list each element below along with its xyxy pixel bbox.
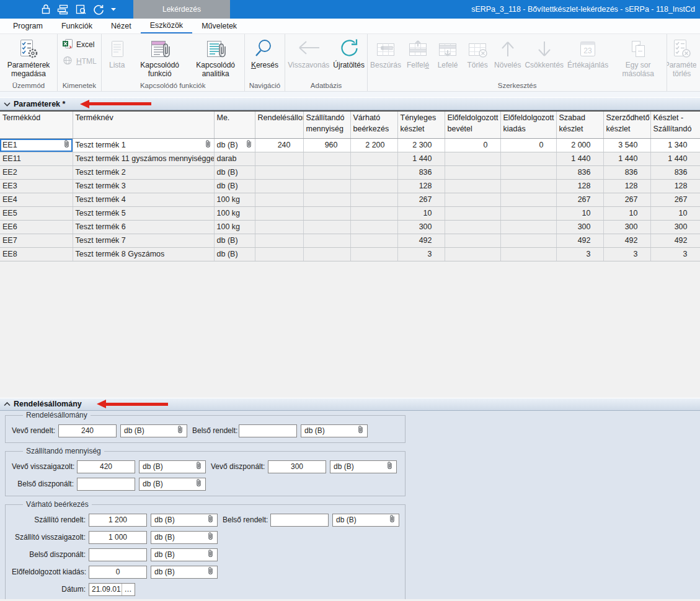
cell-ee4-10[interactable]: 267 — [603, 193, 650, 206]
cell-ee11-2[interactable]: darab — [214, 152, 255, 165]
cell-ee5-9[interactable]: 10 — [556, 206, 603, 220]
column-header-termeknev[interactable]: Terméknév — [73, 111, 214, 138]
date-picker-button[interactable]: … — [122, 584, 135, 595]
cell-ee11-9[interactable]: 1 440 — [556, 152, 603, 165]
cell-ee1-9[interactable]: 2 000 — [556, 138, 603, 152]
orders-section-header[interactable]: Rendelésállomány — [0, 398, 700, 411]
cell-ee2-6[interactable]: 836 — [397, 165, 445, 179]
cell-ee8-7[interactable] — [445, 247, 500, 261]
cell-ee11-6[interactable]: 1 440 — [397, 152, 445, 165]
menu-item-eszkozok[interactable]: Eszközök — [141, 19, 193, 33]
cell-ee8-2[interactable]: db (B) — [214, 247, 255, 261]
cell-ee5-2[interactable]: 100 kg — [214, 206, 255, 220]
input-elofeldolgozott-kiadas[interactable]: 0 — [89, 566, 147, 579]
column-header-me[interactable]: Me. — [214, 111, 255, 138]
column-header-elofeldolgozott-kiadas[interactable]: Előfeldolgozott kiadás — [500, 111, 556, 138]
input-belso-diszponalt[interactable] — [89, 548, 147, 561]
cell-ee3-8[interactable] — [500, 179, 556, 193]
unit-combo-belso-diszponalt[interactable]: db (B) — [151, 548, 218, 561]
cell-ee11-10[interactable]: 1 440 — [603, 152, 650, 165]
cell-ee7-7[interactable] — [445, 234, 500, 247]
cell-ee2-9[interactable]: 836 — [556, 165, 603, 179]
unit-combo-belso-rendelt[interactable]: db (B) — [301, 424, 368, 437]
column-header-szabad-keszlet[interactable]: Szabad készlet — [556, 111, 603, 138]
cell-ee5-11[interactable]: 10 — [650, 206, 700, 220]
cell-ee6-5[interactable] — [350, 220, 397, 234]
cell-ee2-11[interactable]: 836 — [650, 165, 700, 179]
menu-item-muveletek[interactable]: Műveletek — [192, 19, 246, 33]
cell-ee6-9[interactable]: 300 — [556, 220, 603, 234]
cell-ee3-6[interactable]: 128 — [397, 179, 445, 193]
layers-icon[interactable] — [56, 4, 69, 15]
cell-ee7-9[interactable]: 492 — [556, 234, 603, 247]
cell-ee3-0[interactable]: EE3 — [0, 179, 73, 193]
cell-ee7-3[interactable] — [255, 234, 303, 247]
cell-ee7-8[interactable] — [500, 234, 556, 247]
cell-ee8-0[interactable]: EE8 — [0, 247, 73, 261]
unit-combo-szallito-rendelt[interactable]: db (B) — [151, 514, 218, 527]
cell-ee1-7[interactable]: 0 — [445, 138, 500, 152]
input-belso-rendelt[interactable] — [270, 514, 329, 527]
input-vevo-rendelt[interactable]: 240 — [58, 424, 117, 437]
cell-ee6-11[interactable]: 300 — [650, 220, 700, 234]
document-tab[interactable]: Lekérdezés — [133, 0, 230, 19]
cell-ee7-6[interactable]: 492 — [397, 234, 445, 247]
cell-ee3-1[interactable]: Teszt termék 3 — [73, 179, 214, 193]
cell-ee5-10[interactable]: 10 — [603, 206, 650, 220]
chevron-up-icon[interactable] — [4, 401, 11, 406]
cell-ee4-11[interactable]: 267 — [650, 193, 700, 206]
cell-ee4-7[interactable] — [445, 193, 500, 206]
cell-ee1-11[interactable]: 1 340 — [650, 138, 700, 152]
cell-ee2-1[interactable]: Teszt termék 2 — [73, 165, 214, 179]
unit-combo-szallito-visszaigazolt[interactable]: db (B) — [151, 531, 218, 544]
cell-ee4-0[interactable]: EE4 — [0, 193, 73, 206]
lock-icon[interactable] — [41, 4, 51, 15]
cell-ee1-3[interactable]: 240 — [255, 138, 303, 152]
cell-ee3-7[interactable] — [445, 179, 500, 193]
column-header-elofeldolgozott-bevetel[interactable]: Előfeldolgozott bevétel — [445, 111, 500, 138]
unit-combo-belso-diszponalt[interactable]: db (B) — [139, 478, 206, 491]
column-header-varhato-beerkezes[interactable]: Várható beérkezés — [350, 111, 397, 138]
cell-ee2-3[interactable] — [255, 165, 303, 179]
cell-ee4-6[interactable]: 267 — [397, 193, 445, 206]
unit-combo-vevo-visszaigazolt[interactable]: db (B) — [139, 460, 206, 473]
input-vevo-diszponalt[interactable]: 300 — [268, 460, 326, 473]
cell-ee8-8[interactable] — [500, 247, 556, 261]
unit-combo-belso-rendelt[interactable]: db (B) — [332, 514, 399, 527]
cell-ee6-0[interactable]: EE6 — [0, 220, 73, 234]
cell-ee3-3[interactable] — [255, 179, 303, 193]
cell-ee11-0[interactable]: EE11 — [0, 152, 73, 165]
unit-combo-vevo-rendelt[interactable]: db (B) — [120, 424, 187, 437]
cell-ee11-1[interactable]: Teszt termék 11 gyszámos mennyiséggel — [73, 152, 214, 165]
cell-ee8-4[interactable] — [303, 247, 350, 261]
column-header-rendelesallomany[interactable]: Rendelésállomány — [255, 111, 303, 138]
cell-ee6-6[interactable]: 300 — [397, 220, 445, 234]
cell-ee4-2[interactable]: 100 kg — [214, 193, 255, 206]
cell-ee1-10[interactable]: 3 540 — [603, 138, 650, 152]
ribbon-button-kapcsolodo-funkcio[interactable]: Kapcsolódó funkció — [132, 35, 188, 79]
ribbon-button-parameterek-megadasa[interactable]: Paraméterek megadása — [1, 35, 56, 79]
cell-ee5-5[interactable] — [350, 206, 397, 220]
cell-ee1-4[interactable]: 960 — [303, 138, 350, 152]
cell-ee4-1[interactable]: Teszt termék 4 — [73, 193, 214, 206]
cell-ee5-4[interactable] — [303, 206, 350, 220]
cell-ee3-4[interactable] — [303, 179, 350, 193]
cell-ee2-8[interactable] — [500, 165, 556, 179]
input-szallito-rendelt[interactable]: 1 200 — [89, 514, 147, 527]
chevron-down-icon[interactable] — [4, 102, 11, 107]
cell-ee7-1[interactable]: Teszt termék 7 — [73, 234, 214, 247]
input-belso-rendelt[interactable] — [239, 424, 297, 437]
cell-ee2-2[interactable]: db (B) — [214, 165, 255, 179]
cell-ee1-0[interactable]: EE1 — [0, 138, 73, 152]
cell-ee6-8[interactable] — [500, 220, 556, 234]
cell-ee8-3[interactable] — [255, 247, 303, 261]
cell-ee8-5[interactable] — [350, 247, 397, 261]
cell-ee6-2[interactable]: 100 kg — [214, 220, 255, 234]
cell-ee4-9[interactable]: 267 — [556, 193, 603, 206]
cell-ee7-4[interactable] — [303, 234, 350, 247]
ribbon-button-kereses[interactable]: Keresés — [249, 35, 280, 71]
cell-ee6-10[interactable]: 300 — [603, 220, 650, 234]
cell-ee11-5[interactable] — [350, 152, 397, 165]
refresh-icon[interactable] — [92, 4, 105, 15]
cell-ee8-11[interactable]: 3 — [650, 247, 700, 261]
